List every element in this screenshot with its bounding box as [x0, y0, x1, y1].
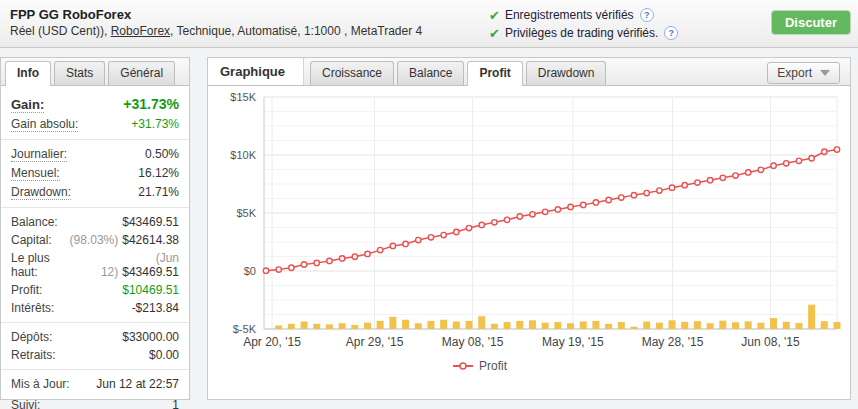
stat-value: 16.12% — [138, 166, 179, 180]
svg-text:Profit: Profit — [479, 359, 508, 373]
export-label: Export — [777, 66, 812, 80]
svg-text:$5K: $5K — [236, 207, 256, 219]
tab-profit[interactable]: Profit — [467, 61, 522, 86]
account-title: FPP GG RoboForex — [10, 7, 131, 22]
stat-row-deposits: Dépôts: $33000.00 — [1, 328, 189, 346]
stat-label: Intérêts: — [11, 301, 54, 315]
stat-value: (Jun 12)$43469.51 — [78, 251, 179, 279]
stat-label: Capital: — [11, 233, 52, 247]
tracking-link[interactable]: Suivi: — [11, 398, 40, 409]
stat-label: Journalier: — [11, 147, 67, 162]
chart-area[interactable]: $15K$10K$5K$0$-5KApr 20, '15Apr 29, '15M… — [208, 85, 850, 399]
stat-value: (98.03%)$42614.38 — [70, 233, 179, 247]
myfxbook-account-page: FPP GG RoboForex Réel (USD Cent)), RoboF… — [0, 0, 858, 409]
svg-text:May 19, '15: May 19, '15 — [542, 335, 604, 349]
stat-row-gain: Gain: +31.73% — [1, 92, 189, 115]
stat-row-highest: Le plus haut: (Jun 12)$43469.51 — [1, 249, 189, 281]
svg-text:Jun 08, '15: Jun 08, '15 — [741, 335, 800, 349]
svg-text:$10K: $10K — [230, 149, 256, 161]
stat-value: Jun 12 at 22:57 — [96, 377, 179, 391]
stat-row-drawdown: Drawdown: 21.71% — [1, 183, 189, 202]
stat-row-withdrawals: Retraits: $0.00 — [1, 346, 189, 364]
stat-row-monthly: Mensuel: 16.12% — [1, 164, 189, 183]
stat-row-tracking: Suivi: 1 — [1, 396, 189, 409]
svg-text:$0: $0 — [244, 265, 256, 277]
tab-stats[interactable]: Stats — [54, 61, 105, 85]
export-button[interactable]: Export — [767, 62, 840, 84]
verification-block: ✔ Enregistrements vérifiés ? ✔ Privilège… — [489, 6, 678, 42]
check-icon: ✔ — [489, 26, 500, 41]
verification-label: Privilèges de trading vérifiés. — [505, 26, 658, 40]
svg-text:$15K: $15K — [230, 91, 256, 103]
svg-text:$-5K: $-5K — [233, 323, 257, 335]
stat-label: Retraits: — [11, 348, 56, 362]
stat-row-interest: Intérêts: -$213.84 — [1, 299, 189, 317]
stat-row-updated: Mis à Jour: Jun 12 at 22:57 — [1, 375, 189, 393]
broker-link[interactable]: RoboForex — [111, 24, 170, 38]
stat-value: $10469.51 — [122, 283, 179, 297]
stats-rows: Gain: +31.73% Gain absolu: +31.73% Journ… — [1, 86, 189, 409]
stat-row-abs-gain: Gain absolu: +31.73% — [1, 115, 189, 134]
tab-drawdown[interactable]: Drawdown — [526, 61, 607, 85]
stat-value: +31.73% — [131, 117, 179, 131]
tab-balance[interactable]: Balance — [397, 61, 464, 85]
chart-legend[interactable]: Profit — [453, 359, 508, 373]
stat-row-daily: Journalier: 0.50% — [1, 145, 189, 164]
subtitle-prefix: Réel (USD Cent)), — [10, 24, 111, 38]
stat-row-profit: Profit: $10469.51 — [1, 281, 189, 299]
profit-chart[interactable]: $15K$10K$5K$0$-5KApr 20, '15Apr 29, '15M… — [208, 85, 850, 399]
svg-text:Apr 29, '15: Apr 29, '15 — [346, 335, 404, 349]
stat-label: Gain: — [11, 97, 44, 113]
stat-value: 21.71% — [138, 185, 179, 199]
chevron-down-icon — [820, 70, 830, 76]
divider — [1, 369, 189, 370]
svg-text:May 28, '15: May 28, '15 — [642, 335, 704, 349]
stat-row-balance: Balance: $43469.51 — [1, 213, 189, 231]
discuss-button[interactable]: Discuter — [771, 10, 851, 35]
account-header: FPP GG RoboForex Réel (USD Cent)), RoboF… — [0, 0, 858, 48]
stat-value: $0.00 — [149, 348, 179, 362]
stat-label: Dépôts: — [11, 330, 52, 344]
verification-label: Enregistrements vérifiés — [505, 8, 634, 22]
profit-line — [266, 150, 837, 271]
stat-label: Gain absolu: — [11, 117, 78, 132]
divider — [1, 139, 189, 140]
chart-tabbar: Graphique Croissance Balance Profit Draw… — [208, 58, 850, 86]
stat-value: -$213.84 — [132, 301, 179, 315]
divider — [1, 322, 189, 323]
help-icon[interactable]: ? — [640, 8, 654, 22]
svg-text:May 08, '15: May 08, '15 — [442, 335, 504, 349]
stat-value: 1 — [172, 398, 179, 409]
tab-info[interactable]: Info — [5, 61, 51, 86]
stat-value: $43469.51 — [122, 215, 179, 229]
stat-value: +31.73% — [123, 96, 179, 112]
tab-general[interactable]: Général — [108, 61, 175, 85]
tab-growth[interactable]: Croissance — [310, 61, 394, 85]
stat-label: Profit: — [11, 283, 42, 297]
account-subtitle: Réel (USD Cent)), RoboForex, Technique, … — [10, 24, 422, 38]
stat-value: 0.50% — [145, 147, 179, 161]
stat-label: Mis à Jour: — [11, 377, 70, 391]
divider — [1, 207, 189, 208]
stat-row-equity: Capital: (98.03%)$42614.38 — [1, 231, 189, 249]
subtitle-suffix: , Technique, Automatisé, 1:1000 , MetaTr… — [170, 24, 422, 38]
svg-text:Apr 20, '15: Apr 20, '15 — [243, 335, 301, 349]
help-icon[interactable]: ? — [664, 26, 678, 40]
graph-label: Graphique — [208, 58, 304, 85]
verification-row: ✔ Enregistrements vérifiés ? — [489, 6, 678, 24]
stat-label: Mensuel: — [11, 166, 60, 181]
stats-sidebar: Info Stats Général Gain: +31.73% Gain ab… — [0, 57, 190, 400]
verification-row: ✔ Privilèges de trading vérifiés. ? — [489, 24, 678, 42]
stat-label: Drawdown: — [11, 185, 71, 200]
stat-note: (98.03%) — [70, 233, 119, 247]
daily-profit-bars — [275, 305, 840, 329]
stat-label: Le plus haut: — [11, 251, 78, 279]
stat-value: $33000.00 — [122, 330, 179, 344]
check-icon: ✔ — [489, 8, 500, 23]
sidebar-tabbar: Info Stats Général — [1, 58, 189, 86]
stat-label: Balance: — [11, 215, 58, 229]
chart-panel: Graphique Croissance Balance Profit Draw… — [207, 57, 851, 400]
